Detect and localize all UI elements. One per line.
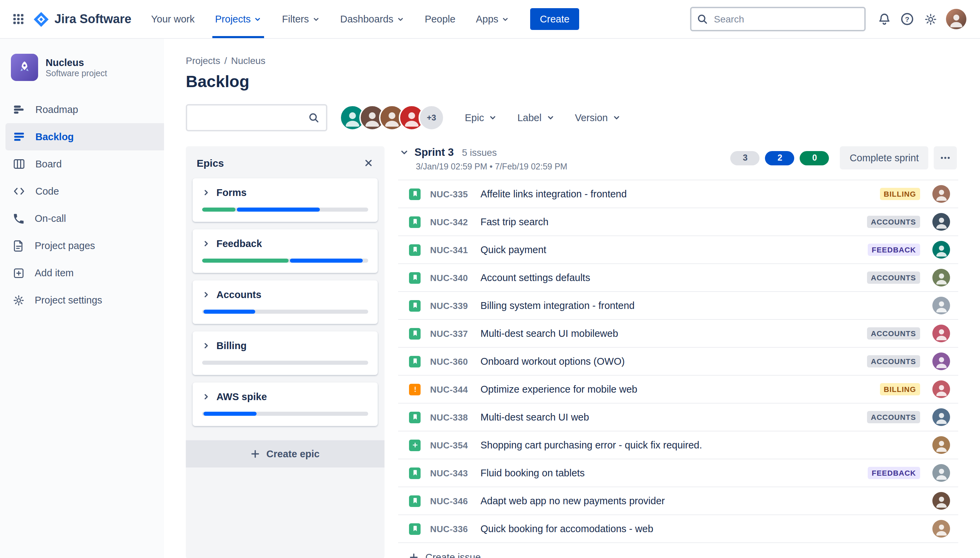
assignee-avatar[interactable] bbox=[932, 297, 950, 314]
label-filter-dropdown[interactable]: Label bbox=[517, 112, 554, 123]
sidebar-item-backlog[interactable]: Backlog bbox=[5, 123, 169, 150]
issue-row[interactable]: NUC-346 Adapt web app no new payments pr… bbox=[398, 487, 958, 515]
settings-icon[interactable] bbox=[919, 8, 942, 31]
main-content: Projects / Nucleus Backlog bbox=[164, 39, 980, 558]
create-button[interactable]: Create bbox=[530, 8, 579, 30]
epic-label-lozenge[interactable]: BILLING bbox=[880, 188, 920, 200]
issue-row[interactable]: NUC-335 Affelite links integration - fro… bbox=[398, 181, 958, 208]
epic-label-lozenge[interactable]: ACCOUNTS bbox=[867, 216, 920, 228]
epic-label-lozenge[interactable]: FEEDBACK bbox=[868, 467, 920, 479]
issue-type-icon bbox=[409, 495, 420, 507]
backlog-search-input[interactable] bbox=[194, 112, 308, 124]
backlog-search[interactable] bbox=[186, 104, 327, 131]
nav-your-work[interactable]: Your work bbox=[148, 0, 197, 38]
issue-title: Quick payment bbox=[481, 244, 868, 255]
complete-sprint-button[interactable]: Complete sprint bbox=[840, 146, 928, 169]
assignee-avatar[interactable] bbox=[932, 464, 950, 482]
issue-key: NUC-340 bbox=[430, 272, 481, 283]
nav-projects[interactable]: Projects bbox=[212, 0, 264, 38]
epic-card[interactable]: AWS spike bbox=[193, 382, 378, 426]
close-icon[interactable] bbox=[363, 158, 374, 168]
backlog-icon bbox=[12, 130, 26, 144]
sprint-more-actions-button[interactable] bbox=[934, 146, 957, 169]
nav-filters[interactable]: Filters bbox=[279, 0, 323, 38]
issue-title: Billing system integration - frontend bbox=[481, 300, 932, 311]
more-assignees-badge[interactable]: +3 bbox=[419, 105, 445, 131]
version-filter-dropdown[interactable]: Version bbox=[575, 112, 621, 123]
issue-type-icon bbox=[409, 523, 420, 535]
chevron-down-icon bbox=[397, 15, 404, 23]
epic-card[interactable]: Billing bbox=[193, 332, 378, 375]
epic-card[interactable]: Forms bbox=[193, 178, 378, 222]
backlog-content: Epics Forms bbox=[186, 146, 958, 558]
create-issue-button[interactable]: Create issue bbox=[398, 543, 958, 558]
issue-row[interactable]: NUC-336 Quick booking for accomodations … bbox=[398, 515, 958, 543]
issue-row[interactable]: NUC-342 Fast trip search ACCOUNTS bbox=[398, 208, 958, 236]
assignee-avatar[interactable] bbox=[932, 381, 950, 398]
assignee-avatar[interactable] bbox=[932, 353, 950, 370]
sprint-name[interactable]: Sprint 3 bbox=[414, 146, 454, 159]
nav-dashboards[interactable]: Dashboards bbox=[338, 0, 407, 38]
assignee-avatar[interactable] bbox=[932, 408, 950, 426]
project-name: Nucleus bbox=[46, 56, 107, 69]
issue-row[interactable]: NUC-354 Shopping cart purchasing error -… bbox=[398, 432, 958, 460]
issue-row[interactable]: NUC-340 Account settings defaults ACCOUN… bbox=[398, 264, 958, 292]
breadcrumb-nucleus[interactable]: Nucleus bbox=[231, 55, 266, 66]
epic-name: Accounts bbox=[217, 289, 261, 300]
assignee-avatar-stack: +3 bbox=[340, 105, 445, 131]
global-search[interactable] bbox=[690, 7, 866, 31]
sidebar-item-board[interactable]: Board bbox=[5, 150, 169, 177]
sidebar-item-oncall[interactable]: On-call bbox=[5, 205, 169, 232]
jira-logo[interactable]: Jira Software bbox=[33, 11, 131, 28]
issue-key: NUC-337 bbox=[430, 328, 481, 338]
assignee-avatar[interactable] bbox=[932, 436, 950, 454]
breadcrumb-projects[interactable]: Projects bbox=[186, 55, 220, 66]
sidebar-item-code[interactable]: Code bbox=[5, 177, 169, 205]
sidebar-item-add-item[interactable]: Add item bbox=[5, 259, 169, 287]
issue-row[interactable]: NUC-344 Optimize experience for mobile w… bbox=[398, 376, 958, 404]
issue-type-icon bbox=[409, 411, 420, 423]
sidebar-item-roadmap[interactable]: Roadmap bbox=[5, 96, 169, 123]
issue-key: NUC-344 bbox=[430, 384, 481, 394]
chevron-right-icon bbox=[202, 341, 210, 350]
epic-label-lozenge[interactable]: ACCOUNTS bbox=[867, 271, 920, 284]
assignee-avatar[interactable] bbox=[932, 325, 950, 342]
issue-title: Shopping cart purchasing error - quick f… bbox=[481, 440, 932, 450]
assignee-avatar[interactable] bbox=[932, 241, 950, 259]
sidebar-item-project-pages[interactable]: Project pages bbox=[5, 232, 169, 259]
assignee-avatar[interactable] bbox=[932, 213, 950, 231]
issue-row[interactable]: NUC-360 Onboard workout options (OWO) AC… bbox=[398, 348, 958, 376]
epic-label-lozenge[interactable]: FEEDBACK bbox=[868, 244, 920, 256]
global-search-input[interactable] bbox=[712, 13, 859, 25]
nav-apps[interactable]: Apps bbox=[473, 0, 512, 38]
epics-panel-title: Epics bbox=[197, 157, 224, 169]
epic-label-lozenge[interactable]: ACCOUNTS bbox=[867, 411, 920, 423]
issue-row[interactable]: NUC-341 Quick payment FEEDBACK bbox=[398, 236, 958, 264]
page-icon bbox=[12, 239, 25, 252]
breadcrumb: Projects / Nucleus bbox=[186, 55, 958, 66]
epic-card[interactable]: Feedback bbox=[193, 229, 378, 273]
issue-row[interactable]: NUC-338 Multi-dest search UI web ACCOUNT… bbox=[398, 404, 958, 432]
assignee-avatar[interactable] bbox=[932, 269, 950, 287]
epic-label-lozenge[interactable]: ACCOUNTS bbox=[867, 327, 920, 340]
epic-card[interactable]: Accounts bbox=[193, 281, 378, 324]
assignee-avatar[interactable] bbox=[932, 520, 950, 538]
assignee-avatar[interactable] bbox=[932, 492, 950, 510]
epic-progress-done bbox=[202, 259, 289, 263]
epic-label-lozenge[interactable]: ACCOUNTS bbox=[867, 355, 920, 368]
sprint-controls: 3 2 0 Complete sprint bbox=[730, 146, 957, 169]
epic-filter-dropdown[interactable]: Epic bbox=[465, 112, 497, 123]
assignee-avatar[interactable] bbox=[932, 185, 950, 203]
collapse-sprint-icon[interactable] bbox=[399, 148, 409, 157]
app-switcher-icon[interactable] bbox=[7, 8, 30, 31]
epic-label-lozenge[interactable]: BILLING bbox=[880, 383, 920, 396]
sidebar-item-project-settings[interactable]: Project settings bbox=[5, 287, 169, 314]
help-icon[interactable]: ? bbox=[896, 8, 919, 31]
issue-row[interactable]: NUC-343 Fluid booking on tablets FEEDBAC… bbox=[398, 460, 958, 487]
create-epic-button[interactable]: Create epic bbox=[186, 440, 384, 468]
notifications-icon[interactable] bbox=[872, 8, 896, 31]
user-avatar[interactable] bbox=[946, 9, 966, 29]
issue-row[interactable]: NUC-337 Multi-dest search UI mobileweb A… bbox=[398, 320, 958, 348]
issue-row[interactable]: NUC-339 Billing system integration - fro… bbox=[398, 292, 958, 320]
nav-people[interactable]: People bbox=[422, 0, 458, 38]
